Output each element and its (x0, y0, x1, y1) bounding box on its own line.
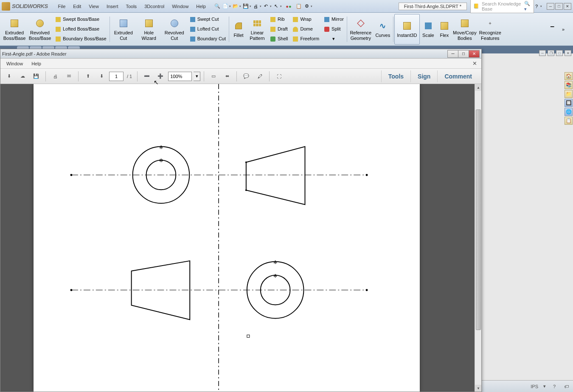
split-button[interactable]: Split (322, 25, 345, 34)
adobe-page-down-icon[interactable]: ⬇ (96, 70, 107, 82)
extruded-cut-button[interactable]: Extruded Cut (111, 14, 136, 45)
extruded-boss-button[interactable]: Extruded Boss/Base (2, 14, 27, 45)
adobe-read-mode-icon[interactable]: ⛶ (273, 70, 285, 82)
status-dropdown-icon[interactable]: ▾ (543, 384, 546, 389)
inner-min-button[interactable]: ─ (539, 50, 546, 56)
scroll-down-icon[interactable]: ▼ (475, 385, 481, 392)
adobe-zoom-in-icon[interactable]: ➕ (154, 70, 166, 82)
menu-help[interactable]: Help (193, 2, 209, 11)
maximize-button[interactable]: □ (555, 3, 563, 10)
hole-wizard-button[interactable]: Hole Wizard (136, 14, 162, 45)
settings-button[interactable]: ⚙ (304, 2, 314, 11)
adobe-print-icon[interactable]: 🖨 (49, 70, 61, 82)
status-help-icon[interactable]: ? (551, 383, 558, 390)
task-tab-library-icon[interactable]: 📚 (565, 81, 573, 89)
ribbon-collapse-button[interactable]: ▔ (548, 25, 557, 34)
adobe-comment-link[interactable]: Comment (437, 70, 479, 82)
flex-button[interactable]: Flex (437, 14, 452, 45)
open-button[interactable]: 📂 (233, 2, 242, 11)
adobe-close-button[interactable]: ✕ (469, 50, 480, 58)
adobe-fit-page-icon[interactable]: ▭ (208, 70, 219, 82)
rebuild-button[interactable]: ●● (284, 2, 293, 11)
inner-restore-button[interactable]: ❐ (548, 50, 554, 56)
adobe-cloud-icon[interactable]: ☁ (17, 70, 28, 82)
adobe-zoom-level[interactable]: 100% (168, 72, 192, 81)
menu-tools[interactable]: Tools (122, 2, 140, 11)
adobe-menu-window[interactable]: Window (2, 60, 27, 67)
scroll-up-icon[interactable]: ▲ (475, 84, 481, 91)
adobe-scrollbar[interactable]: ▲ ▼ (475, 84, 481, 392)
adobe-page-up-icon[interactable]: ⬆ (82, 70, 94, 82)
status-units: IPS (531, 384, 538, 389)
adobe-minimize-button[interactable]: ─ (447, 50, 458, 58)
curves-button[interactable]: ∿ Curves (374, 14, 392, 45)
dd-button[interactable]: ▾ (322, 34, 345, 44)
adobe-maximize-button[interactable]: □ (458, 50, 469, 58)
menu-view[interactable]: View (85, 2, 102, 11)
adobe-page-input[interactable] (109, 72, 124, 81)
swept-boss-button[interactable]: Swept Boss/Base (53, 15, 108, 24)
save-button[interactable]: 💾 (243, 2, 253, 11)
ribbon-features: Extruded Boss/Base Revolved Boss/Base Sw… (0, 13, 573, 46)
adobe-menu-help[interactable]: Help (27, 60, 45, 67)
menu-file[interactable]: File (55, 2, 69, 11)
menu-edit[interactable]: Edit (70, 2, 84, 11)
draft-button[interactable]: Draft (268, 25, 289, 34)
menu-window[interactable]: Window (169, 2, 192, 11)
fillet-button[interactable]: Fillet (230, 14, 247, 45)
boundary-boss-button[interactable]: Boundary Boss/Base (53, 34, 108, 44)
task-tab-home-icon[interactable]: 🏠 (565, 72, 573, 80)
select-button[interactable]: ↖ (274, 2, 283, 11)
adobe-zoom-out-icon[interactable]: ➖ (141, 70, 153, 82)
lofted-cut-button[interactable]: Lofted Cut (188, 25, 228, 34)
menu-insert[interactable]: Insert (103, 2, 122, 11)
status-tag-icon[interactable]: 🏷 (563, 383, 570, 390)
dome-button[interactable]: Dome (290, 25, 321, 34)
shell-button[interactable]: Shell (268, 34, 289, 44)
close-button[interactable]: ✕ (564, 3, 571, 10)
adobe-menu-close-button[interactable]: ✕ (470, 59, 480, 67)
freeform-button[interactable]: Freeform (290, 34, 321, 44)
inner-max-button[interactable]: □ (556, 50, 563, 56)
adobe-export-icon[interactable]: ⬇ (3, 70, 15, 82)
revolved-boss-button[interactable]: Revolved Boss/Base (27, 14, 53, 45)
task-tab-explorer-icon[interactable]: 📁 (565, 90, 573, 98)
adobe-zoom-dropdown[interactable]: ▾ (194, 72, 200, 81)
move-copy-button[interactable]: Move/Copy Bodies (452, 14, 478, 45)
boundary-cut-button[interactable]: Boundary Cut (188, 34, 228, 44)
rib-button[interactable]: Rib (268, 15, 289, 24)
menu-3dcontrol[interactable]: 3Dcontrol (141, 2, 168, 11)
mirror-button[interactable]: Mirror (322, 15, 345, 24)
task-tab-properties-icon[interactable]: 📋 (565, 117, 573, 125)
revolved-cut-button[interactable]: Revolved Cut (162, 14, 187, 45)
swept-cut-button[interactable]: Swept Cut (188, 15, 228, 24)
scroll-thumb[interactable] (476, 109, 481, 330)
print-button[interactable]: 🖨 (253, 2, 263, 11)
ribbon-expand-button[interactable]: » (559, 25, 568, 34)
adobe-fit-width-icon[interactable]: ⬌ (221, 70, 233, 82)
search-icon-button[interactable]: 🔍 (213, 2, 222, 11)
wrap-button[interactable]: Wrap (290, 15, 321, 24)
inner-close-button[interactable]: ✕ (565, 50, 571, 56)
adobe-reader-window: First-Angle.pdf - Adobe Reader ─ □ ✕ Win… (0, 49, 482, 392)
undo-button[interactable]: ↶ (264, 2, 273, 11)
adobe-comment-icon[interactable]: 💬 (240, 70, 252, 82)
task-tab-view-icon[interactable]: 🔲 (565, 99, 573, 107)
scale-button[interactable]: Scale (420, 14, 437, 45)
adobe-tools-link[interactable]: Tools (381, 70, 410, 82)
task-tab-appearance-icon[interactable]: 🌐 (565, 108, 573, 116)
new-button[interactable]: 📄 (223, 2, 232, 11)
adobe-sign-link[interactable]: Sign (410, 70, 437, 82)
search-knowledge-base[interactable]: 📒 Search Knowledge Base 🔍▾ (470, 0, 534, 13)
adobe-highlight-icon[interactable]: 🖍 (254, 70, 266, 82)
adobe-save-icon[interactable]: 💾 (30, 70, 42, 82)
options-button[interactable]: 📋 (294, 2, 303, 11)
help-button[interactable]: ? (534, 2, 543, 11)
recognize-button[interactable]: ✦ Recognize Features (478, 14, 503, 45)
ref-geometry-button[interactable]: Reference Geometry (348, 14, 374, 45)
linear-pattern-button[interactable]: Linear Pattern (247, 14, 267, 45)
adobe-email-icon[interactable]: ✉ (63, 70, 75, 82)
lofted-boss-button[interactable]: Lofted Boss/Base (53, 25, 108, 34)
minimize-button[interactable]: ─ (547, 3, 554, 10)
instant3d-button[interactable]: Instant3D (394, 14, 420, 45)
